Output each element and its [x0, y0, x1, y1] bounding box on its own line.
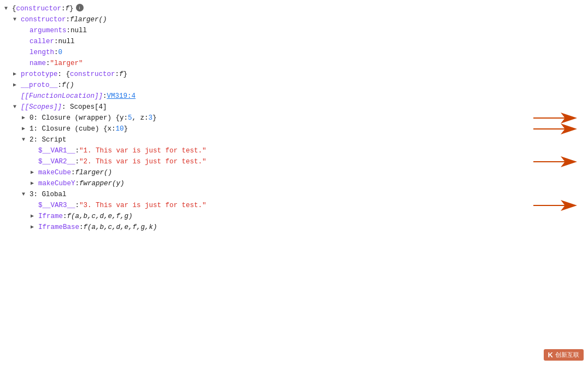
line-iframe-text: f	[67, 211, 72, 221]
line-iframe-text: (a,b,c,d,e,f,g)	[71, 211, 133, 221]
line-constructor-root-text: f	[66, 4, 70, 14]
line-scope-3-toggle[interactable]	[22, 190, 28, 199]
line-iframebase-toggle[interactable]	[31, 222, 37, 232]
line-scope-1: 1: Closure (cube) {x: 10}	[0, 123, 588, 134]
line-iframe: Iframe: f (a,b,c,d,e,f,g)	[0, 211, 588, 222]
line-scope-0-toggle[interactable]	[22, 113, 28, 123]
line-constructor-root-text: {	[12, 4, 16, 14]
line-scope-0-text: , z:	[132, 113, 149, 123]
line-prototype-text: :	[115, 69, 120, 79]
line-iframe-text: :	[63, 211, 67, 221]
line-makecube-text: makeCube	[38, 168, 71, 178]
line-constructor-root-text: constructor	[16, 4, 62, 14]
line-proto-text: __proto__	[21, 80, 58, 90]
line-var3-text: "3. This var is just for test."	[79, 201, 207, 210]
svg-marker-0	[533, 113, 577, 123]
line-name-text: :	[46, 58, 50, 68]
line-var2-text: :	[75, 157, 80, 167]
line-scope-3-text: 3: Global	[30, 190, 67, 199]
line-prototype-text: constructor	[70, 69, 115, 79]
line-arguments-text: arguments	[30, 26, 67, 36]
line-var2: $__VAR2__: "2. This var is just for test…	[0, 156, 588, 167]
line-makecube: makeCube: f larger()	[0, 167, 588, 178]
line-iframebase-text: (a,b,c,d,e,f,g,k)	[87, 222, 157, 232]
line-constructor-root-text: }	[69, 4, 74, 14]
line-iframebase-text: f	[84, 222, 88, 232]
line-proto-text: :	[58, 80, 62, 90]
line-iframe-text: Iframe	[38, 211, 63, 221]
line-var3-orange-arrow	[533, 200, 577, 211]
line-functionlocation-link[interactable]: VM319:4	[107, 91, 136, 101]
line-scope-2-toggle[interactable]	[22, 135, 28, 145]
line-prototype-text: prototype	[21, 69, 58, 79]
line-var2-text: "2. This var is just for test."	[79, 157, 207, 167]
line-constructor-f-text: larger()	[74, 15, 107, 25]
line-scopes-text: [[Scopes]]	[21, 102, 62, 112]
line-makecube-text: :	[71, 168, 75, 178]
line-caller-text: caller	[30, 37, 54, 46]
line-scope-0: 0: Closure (wrapper) {y: 5, z: 3}	[0, 113, 588, 123]
line-scope-0-text: 5	[128, 113, 132, 123]
line-var1-text: "1. This var is just for test."	[79, 146, 207, 156]
line-makecubey-text: wrapper(y)	[84, 179, 125, 189]
line-length-text: 0	[58, 48, 63, 57]
line-name: name: "larger"	[0, 58, 588, 69]
line-makecube-text: f	[75, 168, 80, 178]
line-caller-text: :	[54, 37, 58, 46]
line-name-text: "larger"	[50, 58, 83, 68]
line-var1-text: $__VAR1__	[38, 146, 75, 156]
line-makecube-text: larger()	[79, 168, 112, 178]
line-length-text: length	[30, 48, 54, 57]
line-caller: caller: null	[0, 36, 588, 47]
line-scope-1-toggle[interactable]	[22, 124, 28, 134]
line-constructor-root-info-icon[interactable]: i	[76, 4, 84, 11]
line-arguments: arguments: null	[0, 25, 588, 36]
line-constructor-f-text: constructor	[21, 15, 66, 25]
line-makecubey-text: makeCubeY	[38, 179, 75, 189]
line-constructor-f-toggle[interactable]	[13, 15, 20, 25]
line-var3: $__VAR3__: "3. This var is just for test…	[0, 200, 588, 211]
line-iframebase-text: IframeBase	[38, 222, 79, 232]
line-makecubey-toggle[interactable]	[31, 179, 37, 189]
line-proto-text: f	[62, 80, 66, 90]
line-functionlocation-text: [[FunctionLocation]]	[21, 91, 103, 101]
line-functionlocation: [[FunctionLocation]]: VM319:4	[0, 91, 588, 102]
line-var2-orange-arrow	[533, 156, 577, 167]
line-prototype-toggle[interactable]	[13, 69, 20, 79]
line-constructor-f: constructor: f larger()	[0, 14, 588, 25]
line-scope-2: 2: Script	[0, 134, 588, 145]
line-caller-text: null	[58, 37, 75, 46]
line-var2-text: $__VAR2__	[38, 157, 75, 167]
line-scope-3: 3: Global	[0, 189, 588, 200]
svg-marker-2	[533, 156, 577, 167]
line-makecube-toggle[interactable]	[31, 168, 37, 178]
line-var1-text: :	[75, 146, 80, 156]
watermark-logo: K	[548, 351, 553, 359]
line-makecubey: makeCubeY: f wrapper(y)	[0, 178, 588, 189]
line-var3-text: :	[75, 201, 80, 210]
console-panel: {constructor: f}iconstructor: f larger()…	[0, 0, 588, 365]
line-proto: __proto__: f ()	[0, 80, 588, 91]
line-constructor-root-toggle[interactable]	[4, 4, 11, 14]
svg-marker-3	[533, 200, 577, 211]
line-scope-0-text: 0: Closure (wrapper) {y:	[30, 113, 128, 123]
line-arguments-text: :	[67, 26, 71, 36]
line-proto-toggle[interactable]	[13, 80, 20, 90]
line-constructor-root: {constructor: f}i	[0, 3, 588, 14]
line-iframebase-text: :	[79, 222, 84, 232]
line-proto-text: ()	[66, 80, 74, 90]
line-prototype-text: }	[124, 69, 128, 79]
line-prototype: prototype: {constructor: f}	[0, 69, 588, 80]
line-scope-1-text: }	[124, 124, 128, 134]
line-scope-1-orange-arrow	[533, 123, 577, 134]
svg-marker-1	[533, 123, 577, 134]
line-name-text: name	[30, 58, 46, 68]
line-length: length: 0	[0, 47, 588, 58]
line-constructor-f-text: f	[70, 15, 74, 25]
line-scopes-toggle[interactable]	[13, 102, 20, 112]
line-length-text: :	[54, 48, 58, 57]
line-functionlocation-text: :	[103, 91, 107, 101]
line-constructor-root-text: :	[61, 4, 66, 14]
line-prototype-text: : {	[58, 69, 70, 79]
line-iframe-toggle[interactable]	[31, 211, 37, 221]
